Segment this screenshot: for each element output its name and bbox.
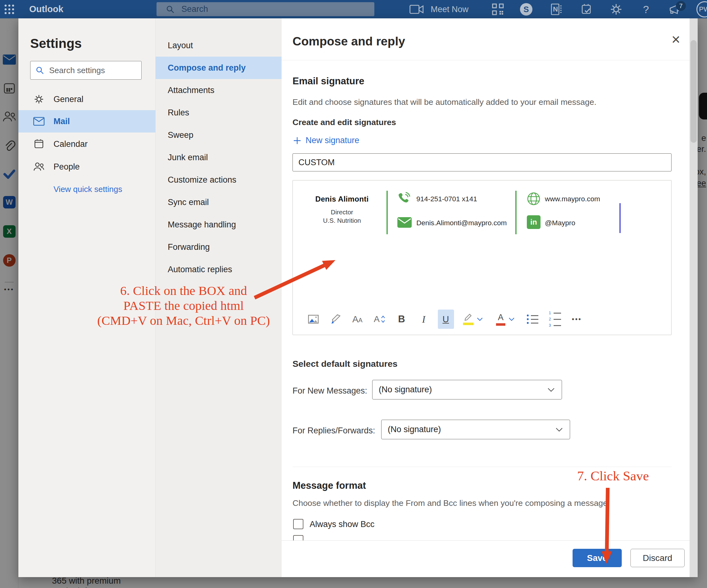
- notification-badge: 7: [676, 1, 686, 11]
- avatar[interactable]: PW: [697, 1, 707, 18]
- close-icon[interactable]: ×: [668, 31, 684, 47]
- onenote-icon[interactable]: N: [550, 3, 563, 16]
- global-search-bar[interactable]: [157, 2, 374, 16]
- chevron-down-icon: [477, 317, 483, 321]
- subnav-attachments[interactable]: Attachments: [156, 79, 281, 101]
- dialog-scrollbar[interactable]: [689, 19, 698, 577]
- card-divider: [386, 191, 388, 234]
- save-button[interactable]: Save: [573, 549, 622, 567]
- contact-title: Director U.S. Nutrition: [305, 208, 379, 224]
- calendar-icon: [33, 139, 45, 149]
- bullet-list-button[interactable]: [521, 310, 544, 328]
- underline-button[interactable]: U: [435, 310, 457, 328]
- bold-button[interactable]: B: [391, 310, 413, 328]
- video-camera-icon: [409, 4, 424, 14]
- signature-name-field[interactable]: [293, 153, 672, 171]
- numbered-list-button[interactable]: 1 2 3: [544, 310, 566, 328]
- settings-nav-general[interactable]: General: [19, 88, 156, 110]
- insert-image-button[interactable]: [302, 310, 324, 328]
- highlighter-icon: [463, 314, 474, 322]
- mail-icon: [33, 117, 45, 126]
- app-launcher-icon[interactable]: [4, 4, 15, 15]
- chevron-down-icon: [508, 317, 515, 321]
- subnav-rules[interactable]: Rules: [156, 101, 281, 124]
- contact-website: www.maypro.com: [545, 195, 600, 203]
- compose-and-reply-panel: Compose and reply × Email signature Edit…: [281, 19, 689, 577]
- chevron-down-icon: [556, 427, 563, 432]
- help-icon[interactable]: ?: [639, 3, 652, 16]
- more-formatting-button[interactable]: •••: [566, 310, 588, 328]
- globe-icon: [527, 192, 541, 207]
- global-search-input[interactable]: [181, 4, 356, 14]
- contact-email: Denis.Alimonti@maypro.com: [416, 219, 507, 227]
- settings-gear-icon[interactable]: [610, 3, 623, 16]
- signature-editor[interactable]: Denis Alimonti Director U.S. Nutrition 9…: [293, 180, 672, 335]
- settings-search-box[interactable]: [30, 61, 142, 80]
- subnav-forwarding[interactable]: Forwarding: [156, 236, 281, 258]
- skype-icon[interactable]: S: [520, 3, 533, 16]
- settings-title: Settings: [30, 36, 82, 51]
- settings-nav-mail[interactable]: Mail: [19, 110, 156, 133]
- meet-now-button[interactable]: Meet Now: [409, 2, 469, 16]
- linkedin-icon: in: [527, 215, 541, 229]
- settings-search-input[interactable]: [49, 66, 130, 75]
- subnav-message-handling[interactable]: Message handling: [156, 213, 281, 236]
- subnav-sweep[interactable]: Sweep: [156, 124, 281, 146]
- signature-name-input[interactable]: [293, 154, 671, 171]
- search-icon: [35, 66, 44, 75]
- phone-icon: [397, 191, 411, 207]
- settings-dialog: Settings General Mail Calendar: [19, 19, 698, 577]
- card-divider: [515, 191, 516, 234]
- app-header: Outlook Meet Now S N ? 7 PW: [0, 0, 707, 19]
- email-signature-description: Edit and choose signatures that will be …: [293, 97, 597, 107]
- email-signature-heading: Email signature: [293, 76, 364, 87]
- message-format-description: Choose whether to display the From and B…: [293, 498, 610, 508]
- subnav-compose-and-reply[interactable]: Compose and reply: [156, 57, 281, 79]
- settings-nav-people[interactable]: People: [19, 155, 156, 178]
- subnav-layout[interactable]: Layout: [156, 34, 281, 57]
- signature-card-identity: Denis Alimonti Director U.S. Nutrition: [305, 195, 379, 224]
- discard-button[interactable]: Discard: [631, 549, 684, 567]
- subnav-automatic-replies[interactable]: Automatic replies: [156, 258, 281, 281]
- for-replies-forwards-select[interactable]: (No signature): [381, 420, 570, 439]
- scrollbar-thumb[interactable]: [691, 40, 697, 143]
- highlight-color-button[interactable]: [457, 310, 489, 328]
- for-replies-forwards-label: For Replies/Forwards:: [293, 426, 375, 436]
- settings-nav-calendar[interactable]: Calendar: [19, 133, 156, 155]
- always-show-bcc-checkbox[interactable]: [293, 519, 303, 529]
- subnav-customize-actions[interactable]: Customize actions: [156, 169, 281, 191]
- panel-title: Compose and reply: [293, 35, 405, 48]
- plus-icon: [293, 137, 301, 145]
- format-painter-button[interactable]: [324, 310, 346, 328]
- font-color-button[interactable]: A: [489, 310, 521, 328]
- contact-name: Denis Alimonti: [305, 195, 379, 204]
- whats-new-megaphone-icon[interactable]: 7: [668, 3, 681, 16]
- font-size-button[interactable]: A: [368, 310, 391, 328]
- gear-icon: [33, 94, 45, 104]
- formatting-toolbar: AA A B I U: [302, 309, 588, 329]
- for-new-messages-label: For New Messages:: [293, 386, 367, 396]
- subnav-junk-email[interactable]: Junk email: [156, 146, 281, 169]
- header-divider: [281, 60, 689, 60]
- font-button[interactable]: AA: [346, 310, 368, 328]
- create-signatures-heading: Create and edit signatures: [293, 117, 396, 127]
- always-show-bcc-label: Always show Bcc: [310, 520, 375, 529]
- app-title: Outlook: [29, 4, 64, 14]
- message-format-heading: Message format: [293, 480, 366, 491]
- contact-phone: 914-251-0701 x141: [416, 195, 477, 203]
- text-caret: [619, 203, 620, 233]
- chevron-down-icon: [547, 388, 555, 392]
- new-signature-button[interactable]: New signature: [293, 136, 360, 145]
- planner-icon[interactable]: [580, 3, 594, 16]
- settings-nav-panel: Settings General Mail Calendar: [19, 19, 156, 577]
- mail-settings-subnav: Layout Compose and reply Attachments Rul…: [156, 19, 281, 577]
- view-quick-settings-link[interactable]: View quick settings: [54, 184, 122, 194]
- for-new-messages-select[interactable]: (No signature): [372, 380, 562, 400]
- italic-button[interactable]: I: [413, 310, 435, 328]
- select-default-signatures-heading: Select default signatures: [293, 359, 397, 369]
- search-icon: [166, 5, 175, 14]
- people-icon: [33, 162, 45, 171]
- subnav-sync-email[interactable]: Sync email: [156, 191, 281, 213]
- qr-code-icon[interactable]: [491, 3, 504, 16]
- contact-linkedin: @Maypro: [545, 219, 575, 227]
